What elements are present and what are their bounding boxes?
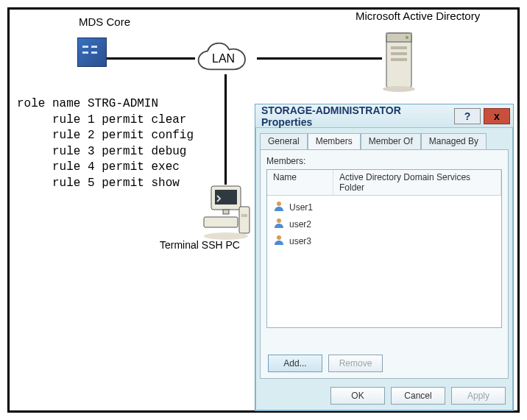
svg-point-5 [383, 86, 415, 92]
col-folder[interactable]: Active Directory Domain Services Folder [333, 170, 501, 195]
add-button[interactable]: Add... [268, 355, 322, 372]
svg-point-15 [277, 218, 281, 223]
diagram-frame: MDS Core Microsoft Active Directory LAN [7, 7, 520, 413]
list-action-buttons: Add... Remove [268, 355, 383, 372]
mds-core-label: MDS Core [79, 15, 130, 28]
tab-member-of[interactable]: Member Of [361, 133, 421, 150]
link-mds-lan [105, 57, 195, 60]
dialog-titlebar: STORAGE-ADMINISTRATOR Properties ? x [255, 104, 513, 128]
list-item[interactable]: user2 [272, 216, 497, 232]
svg-rect-2 [391, 46, 407, 49]
user-name: user2 [289, 219, 311, 229]
cfg-rule-1: rule 1 permit clear [52, 113, 186, 127]
cfg-role-line: role name STRG-ADMIN [17, 97, 158, 110]
svg-point-6 [406, 36, 408, 39]
members-label: Members: [266, 156, 502, 166]
svg-point-14 [277, 202, 281, 206]
col-name[interactable]: Name [267, 170, 333, 195]
svg-rect-11 [239, 207, 250, 233]
cfg-rule-3: rule 3 permit debug [52, 145, 186, 158]
cfg-rule-5: rule 5 permit show [52, 177, 180, 190]
user-icon [273, 234, 285, 248]
tab-general[interactable]: General [260, 133, 308, 150]
svg-rect-3 [391, 52, 407, 55]
dialog-title: STORAGE-ADMINISTRATOR Properties [261, 104, 454, 128]
help-button[interactable]: ? [454, 108, 481, 124]
user-name: user3 [289, 236, 311, 246]
remove-button[interactable]: Remove [328, 355, 383, 372]
members-listbox[interactable]: Name Active Directory Domain Services Fo… [266, 169, 502, 328]
list-item[interactable]: User1 [272, 199, 497, 216]
list-item[interactable]: user3 [272, 232, 497, 249]
cfg-rule-4: rule 4 permit exec [52, 160, 180, 174]
role-config-text: role name STRG-ADMIN rule 1 permit clear… [17, 96, 194, 192]
svg-rect-12 [241, 214, 247, 217]
svg-rect-10 [204, 217, 238, 227]
tab-managed-by[interactable]: Managed By [421, 133, 487, 150]
terminal-ssh-pc-label: Terminal SSH PC [160, 239, 240, 251]
server-icon [381, 27, 423, 93]
lan-label: LAN [212, 52, 235, 65]
user-name: User1 [289, 202, 313, 213]
active-directory-label: Microsoft Active Directory [356, 10, 480, 22]
user-icon [273, 217, 285, 231]
properties-dialog: STORAGE-ADMINISTRATOR Properties ? x Gen… [255, 104, 514, 411]
list-header: Name Active Directory Domain Services Fo… [267, 170, 501, 196]
switch-icon [77, 38, 108, 74]
cfg-rule-2: rule 2 permit config [52, 129, 194, 142]
tab-body: Members: Name Active Directory Domain Se… [260, 149, 509, 379]
ok-button[interactable]: OK [330, 387, 385, 405]
tab-strip: General Members Member Of Managed By [255, 128, 513, 149]
svg-rect-4 [391, 58, 407, 61]
list-rows: User1 user2 user3 [267, 196, 501, 252]
user-icon [273, 200, 285, 214]
svg-rect-9 [223, 210, 229, 214]
close-button[interactable]: x [484, 108, 510, 124]
cancel-button[interactable]: Cancel [391, 387, 445, 405]
svg-point-16 [277, 235, 281, 240]
apply-button[interactable]: Apply [451, 387, 506, 405]
tab-members[interactable]: Members [308, 133, 361, 150]
terminal-pc-icon [201, 185, 252, 242]
dialog-buttons: OK Cancel Apply [330, 387, 506, 405]
link-lan-ad [257, 57, 382, 60]
link-lan-sshpc [224, 74, 227, 185]
